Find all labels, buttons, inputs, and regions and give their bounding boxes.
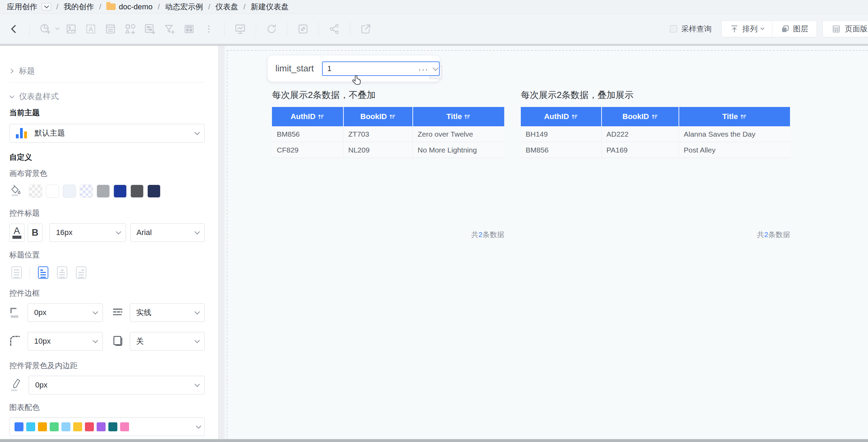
breadcrumb-item-dashboard[interactable]: 仪表盘 bbox=[215, 2, 238, 12]
title-position-right[interactable] bbox=[74, 265, 88, 280]
chevron-down-icon bbox=[760, 26, 764, 30]
canvas-bg-swatch[interactable] bbox=[130, 185, 144, 198]
shadow-select[interactable]: 关 bbox=[130, 332, 205, 351]
widget-border-label: 控件边框 bbox=[9, 288, 205, 298]
title-position-left[interactable] bbox=[36, 265, 50, 280]
chevron-down-icon bbox=[44, 3, 49, 8]
border-radius-select[interactable]: 10px bbox=[28, 332, 103, 351]
chart-color-chip bbox=[108, 422, 117, 431]
refresh-icon bbox=[266, 23, 277, 35]
add-chart-button[interactable] bbox=[38, 21, 53, 37]
canvas-bg-swatch[interactable] bbox=[63, 185, 76, 198]
paint-bucket-icon[interactable] bbox=[9, 184, 23, 199]
add-layout-button[interactable] bbox=[182, 21, 197, 37]
sidebar-scrollbar-track[interactable] bbox=[218, 46, 225, 439]
theme-select[interactable]: 默认主题 bbox=[9, 124, 205, 143]
dashboard-canvas[interactable]: limit_start ··· 每次展示2条数据，不叠加 AuthID Book… bbox=[225, 46, 868, 439]
canvas-bg-swatch[interactable] bbox=[46, 185, 59, 198]
table-row[interactable]: CF829 NL209 No More Lightning bbox=[272, 142, 504, 158]
add-text-button[interactable]: A bbox=[83, 21, 98, 37]
font-family-select[interactable]: Arial bbox=[130, 223, 205, 242]
layers-label: 图层 bbox=[793, 24, 808, 34]
export-button[interactable] bbox=[358, 21, 373, 37]
column-header-label: AuthID bbox=[544, 112, 569, 121]
row-count-footer: 共2条数据 bbox=[435, 230, 504, 239]
table-row[interactable]: BM856 PA169 Post Alley bbox=[521, 142, 790, 158]
back-button[interactable] bbox=[6, 21, 21, 37]
column-header[interactable]: AuthID bbox=[272, 107, 343, 126]
section-title-collapsed[interactable]: 标题 bbox=[9, 66, 205, 76]
table-cell: CF829 bbox=[272, 142, 343, 158]
image-icon bbox=[65, 23, 77, 35]
sort-icon bbox=[571, 113, 578, 120]
column-header[interactable]: AuthID bbox=[521, 107, 601, 126]
sort-icon bbox=[651, 113, 658, 120]
present-button[interactable] bbox=[233, 21, 248, 37]
breadcrumb-item-app-create[interactable]: 应用创作 bbox=[7, 2, 51, 12]
arrange-layers-group: 排列 图层 bbox=[721, 20, 817, 37]
column-header[interactable]: BookID bbox=[601, 107, 679, 126]
title-position-none[interactable] bbox=[9, 265, 24, 280]
add-form-button[interactable] bbox=[103, 21, 118, 37]
share-button[interactable] bbox=[327, 21, 342, 37]
breadcrumb: 应用创作 / 我的创作 / doc-demo / 动态宏示例 / 仪表盘 / 新… bbox=[0, 0, 868, 14]
table-row[interactable]: BM856 ZT703 Zero over Twelve bbox=[272, 126, 504, 142]
canvas-bg-swatch[interactable] bbox=[147, 185, 160, 198]
chevron-down-icon bbox=[195, 381, 200, 387]
border-width-icon[interactable] bbox=[9, 305, 21, 320]
refresh-button[interactable] bbox=[264, 21, 279, 37]
breadcrumb-item-macro-example[interactable]: 动态宏示例 bbox=[165, 2, 203, 12]
canvas-bg-swatch[interactable] bbox=[29, 185, 42, 198]
add-image-button[interactable] bbox=[64, 21, 79, 37]
chart-color-chip bbox=[26, 422, 35, 431]
control-add-icon bbox=[144, 23, 156, 35]
column-header[interactable]: BookID bbox=[343, 107, 412, 126]
theme-bar-chart-icon bbox=[16, 128, 27, 138]
border-radius-icon[interactable] bbox=[9, 334, 21, 349]
border-style-select[interactable]: 实线 bbox=[130, 303, 205, 322]
shadow-icon[interactable] bbox=[113, 334, 123, 349]
table-cell: No More Lightning bbox=[412, 142, 504, 158]
arrange-button[interactable]: 排列 bbox=[722, 21, 772, 37]
row-count-footer: 共2条数据 bbox=[721, 230, 790, 239]
sample-query-checkbox[interactable] bbox=[670, 25, 677, 32]
breadcrumb-item-folder[interactable]: doc-demo bbox=[106, 2, 153, 11]
chart-palette-select[interactable] bbox=[9, 418, 205, 436]
section-dashboard-style[interactable]: 仪表盘样式 bbox=[9, 91, 205, 102]
column-header[interactable]: Title bbox=[679, 107, 790, 126]
add-control-button[interactable] bbox=[142, 21, 157, 37]
page-layout-button[interactable]: 页面版式 bbox=[822, 20, 868, 37]
breadcrumb-item-my-creations[interactable]: 我的创作 bbox=[64, 2, 94, 12]
table-row[interactable]: BH149 AD222 Alanna Saves the Day bbox=[521, 126, 790, 142]
table-widget-left[interactable]: AuthID BookID Title BM856 ZT703 Zero ove… bbox=[272, 107, 504, 158]
line-style-icon[interactable] bbox=[113, 305, 123, 320]
horizontal-scrollbar[interactable] bbox=[0, 439, 868, 442]
canvas-bg-swatch[interactable] bbox=[97, 185, 110, 198]
highlighter-icon[interactable] bbox=[9, 377, 21, 393]
chevron-down-icon[interactable] bbox=[55, 26, 60, 30]
column-header[interactable]: Title bbox=[412, 107, 504, 126]
chart-color-chip bbox=[120, 422, 129, 431]
layers-button[interactable]: 图层 bbox=[772, 21, 817, 37]
layout-icon bbox=[183, 23, 195, 35]
font-color-button[interactable]: A bbox=[9, 224, 25, 242]
canvas-bg-swatch[interactable] bbox=[80, 185, 93, 198]
app-switcher-dropdown[interactable] bbox=[42, 3, 51, 10]
filter-input-wrap: ··· bbox=[322, 61, 440, 76]
breadcrumb-item-new-dashboard[interactable]: 新建仪表盘 bbox=[251, 2, 289, 12]
add-filter-button[interactable] bbox=[162, 21, 177, 37]
table-widget-right[interactable]: AuthID BookID Title BH149 AD222 Alanna S… bbox=[521, 107, 790, 158]
toolbar-divider bbox=[319, 22, 319, 36]
title-position-center[interactable] bbox=[55, 265, 69, 280]
widget-title-row: A B 16px Arial bbox=[9, 223, 205, 242]
border-width-select[interactable]: 0px bbox=[28, 303, 103, 322]
fullscreen-button[interactable] bbox=[295, 21, 311, 37]
add-shapes-button[interactable] bbox=[123, 21, 138, 37]
bold-button[interactable]: B bbox=[28, 224, 43, 242]
font-size-select[interactable]: 16px bbox=[49, 223, 126, 242]
padding-select[interactable]: 0px bbox=[29, 376, 205, 394]
style-sidebar: 标题 仪表盘样式 当前主题 默认主题 自定义 画布背景色 控件标题 A bbox=[0, 46, 218, 439]
canvas-bg-row bbox=[9, 184, 205, 199]
canvas-bg-swatch[interactable] bbox=[114, 185, 127, 198]
more-button[interactable] bbox=[201, 21, 216, 37]
